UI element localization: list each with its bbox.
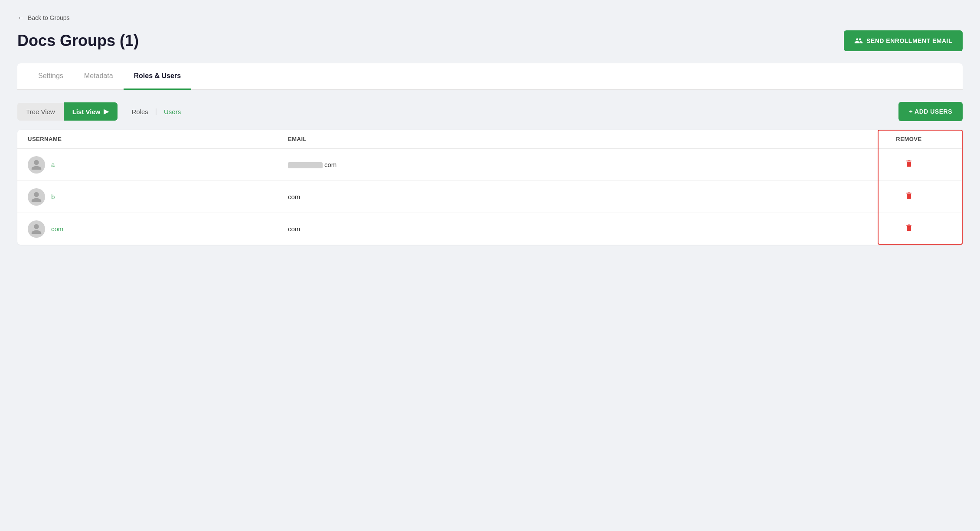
roles-link[interactable]: Roles [131, 106, 153, 117]
list-view-button[interactable]: List View ▶ [64, 102, 118, 121]
tab-metadata[interactable]: Metadata [74, 63, 124, 90]
back-arrow-icon: ← [17, 14, 24, 22]
tree-view-button[interactable]: Tree View [17, 103, 64, 121]
remove-cell [866, 188, 952, 206]
trash-icon [905, 191, 913, 200]
back-link-label: Back to Groups [28, 14, 70, 21]
user-cell: b [28, 188, 288, 206]
tab-roles-users[interactable]: Roles & Users [124, 63, 192, 90]
col-header-username: USERNAME [28, 136, 288, 142]
username: b [51, 193, 55, 200]
send-enrollment-button[interactable]: SEND ENROLLMENT EMAIL [844, 30, 963, 51]
tab-settings[interactable]: Settings [28, 63, 74, 90]
avatar [28, 220, 45, 238]
send-enrollment-label: SEND ENROLLMENT EMAIL [866, 37, 952, 44]
avatar [28, 156, 45, 174]
avatar [28, 188, 45, 206]
header-row: Docs Groups (1) SEND ENROLLMENT EMAIL [17, 30, 963, 51]
person-icon [30, 159, 42, 171]
trash-icon [905, 223, 913, 232]
username: com [51, 225, 63, 233]
email-cell: com [288, 225, 866, 233]
toggle-divider: | [155, 108, 157, 115]
list-view-arrow: ▶ [104, 108, 109, 115]
users-table: USERNAME EMAIL REMOVE a com [17, 130, 963, 245]
roles-users-toggle: Roles | Users [131, 106, 181, 117]
users-link[interactable]: Users [159, 106, 181, 117]
table-row: b com [17, 181, 963, 213]
table-row: com com [17, 213, 963, 245]
email-suffix: com [324, 161, 336, 168]
remove-user-button[interactable] [901, 220, 917, 238]
person-icon [30, 191, 42, 203]
col-header-email: EMAIL [288, 136, 866, 142]
list-view-label: List View [72, 108, 101, 115]
table-wrapper: USERNAME EMAIL REMOVE a com [17, 130, 963, 245]
page-title: Docs Groups (1) [17, 32, 139, 50]
person-icon [30, 223, 42, 235]
email-blurred [288, 162, 323, 168]
table-row: a com [17, 149, 963, 181]
trash-icon [905, 159, 913, 168]
content-area: Tree View List View ▶ Roles | Users + AD… [17, 90, 963, 257]
email-cell: com [288, 161, 866, 168]
toolbar-left: Tree View List View ▶ Roles | Users [17, 102, 181, 121]
email-cell: com [288, 193, 866, 200]
col-header-remove: REMOVE [866, 136, 952, 142]
view-toggle: Tree View List View ▶ [17, 102, 118, 121]
back-link[interactable]: ← Back to Groups [17, 14, 70, 22]
remove-cell [866, 156, 952, 174]
table-header: USERNAME EMAIL REMOVE [17, 130, 963, 149]
send-icon [854, 36, 863, 45]
remove-user-button[interactable] [901, 188, 917, 206]
remove-cell [866, 220, 952, 238]
remove-user-button[interactable] [901, 156, 917, 174]
toolbar: Tree View List View ▶ Roles | Users + AD… [17, 102, 963, 121]
username: a [51, 161, 55, 168]
tabs-container: Settings Metadata Roles & Users [17, 63, 963, 90]
user-cell: a [28, 156, 288, 174]
user-cell: com [28, 220, 288, 238]
add-users-button[interactable]: + ADD USERS [898, 102, 963, 121]
